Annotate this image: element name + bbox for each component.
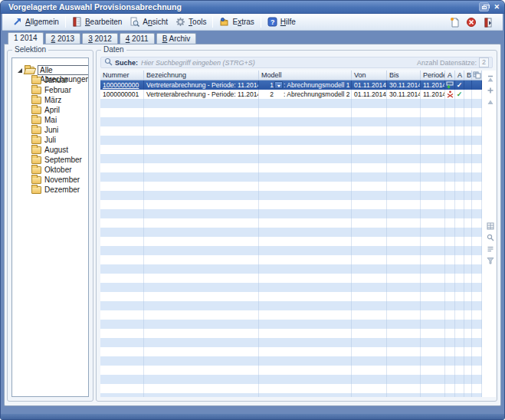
col-header-von[interactable]: Von (352, 71, 387, 80)
restore-icon[interactable] (479, 2, 489, 11)
folder-icon (31, 107, 41, 114)
zoom-icon[interactable] (487, 234, 496, 243)
daten-groupbox: Daten Suche: Hier Suchbegriff eingeben (… (96, 50, 497, 402)
tab-2013[interactable]: 2 2013 (45, 33, 81, 44)
empty-rows-area (100, 99, 482, 397)
details-icon[interactable] (487, 245, 496, 254)
folder-icon (31, 176, 41, 184)
selektion-tree: Alle Abrechnungen Januar Februar März Ap… (11, 57, 89, 397)
folder-icon (31, 146, 41, 154)
toolbar-separator (65, 16, 66, 28)
cell-bis: 30.11.2014 (387, 80, 421, 90)
col-header-modell[interactable]: Modell (259, 71, 352, 80)
cell-von: 01.11.2014 (352, 80, 387, 90)
menu-bar: Allgemein Bearbeiten Ansicht Tools (2, 14, 503, 31)
close-icon[interactable]: ✕ (494, 2, 500, 11)
expander-icon[interactable] (18, 68, 22, 73)
tree-root-alle-abrechnungen[interactable]: Alle Abrechnungen (12, 65, 88, 75)
col-header-bezeichnung[interactable]: Bezeichnung (144, 71, 259, 80)
tree-item-november[interactable]: November (12, 175, 88, 185)
folder-icon (31, 186, 41, 194)
modell-dropdown-button[interactable] (274, 81, 283, 89)
tree-item-juni[interactable]: Juni (12, 125, 88, 135)
search-icon (104, 57, 113, 67)
col-header-periode[interactable]: Periode (421, 71, 445, 80)
title-bar: Vorgelagerte Auswahl Provisionsabrechnun… (1, 1, 504, 14)
selektion-group-label: Selektion (12, 45, 48, 54)
cell-modell: 1: Abrechnungsmodell 1 (259, 80, 352, 90)
cell-b (464, 80, 472, 90)
tree-item-april[interactable]: April (12, 105, 88, 115)
cell-periode: 11.2014 (421, 80, 445, 90)
tree-item-august[interactable]: August (12, 145, 88, 155)
menu-allgemein[interactable]: Allgemein (8, 15, 63, 28)
tree-item-dezember[interactable]: Dezember (12, 185, 88, 195)
folder-icon (31, 87, 41, 94)
tab-archiv[interactable]: B Archiv (156, 33, 197, 44)
menu-hilfe[interactable]: ? Hilfe (264, 15, 300, 28)
menu-allgemein-label: Allgemein (25, 18, 59, 26)
cell-bezeichnung: Vertreterabrechnung - Periode: 11.2014 (144, 80, 259, 90)
cell-nummer: 1000000001 (100, 90, 144, 99)
menu-bearbeiten[interactable]: Bearbeiten (68, 15, 126, 28)
box-icon (219, 17, 229, 27)
menu-ansicht[interactable]: Ansicht (126, 15, 172, 28)
tab-2011[interactable]: 4 2011 (120, 33, 155, 44)
folder-icon (31, 166, 41, 174)
table-row[interactable]: 1000000000 Vertreterabrechnung - Periode… (100, 80, 482, 90)
tree-item-oktober[interactable]: Oktober (12, 165, 88, 175)
exit-icon[interactable] (483, 17, 494, 28)
folder-icon (31, 116, 41, 124)
col-header-nummer[interactable]: Nummer (100, 71, 144, 80)
menu-extras[interactable]: Extras (215, 15, 257, 28)
tree-item-mai[interactable]: Mai (12, 115, 88, 125)
tab-2012[interactable]: 3 2012 (82, 33, 118, 44)
menu-tools-label: Tools (189, 18, 206, 26)
svg-text:?: ? (271, 18, 275, 26)
tree-root-label: Alle Abrechnungen (38, 65, 89, 75)
tree-item-maerz[interactable]: März (12, 95, 88, 105)
cell-nummer: 1000000000 (100, 80, 144, 90)
selektion-groupbox: Selektion Alle Abrechnungen Januar Febru… (7, 50, 93, 402)
toolbar-separator (261, 16, 261, 28)
table-row[interactable]: 1000000001 Vertreterabrechnung - Periode… (100, 90, 482, 99)
folder-icon (31, 156, 41, 164)
cell-bis: 30.11.2014 (387, 90, 421, 99)
col-header-bis[interactable]: Bis (387, 71, 421, 80)
cell-von: 01.11.2014 (352, 90, 387, 99)
tab-page: Selektion Alle Abrechnungen Januar Febru… (4, 44, 501, 406)
toolbar-separator (212, 16, 213, 28)
add-icon[interactable] (487, 87, 496, 96)
scroll-top-icon[interactable] (487, 75, 496, 84)
search-placeholder: Hier Suchbegriff eingeben (STRG+S) (141, 59, 255, 67)
search-input[interactable]: Suche: Hier Suchbegriff eingeben (STRG+S… (100, 57, 493, 68)
open-folder-icon (25, 67, 34, 74)
cell-bezeichnung: Vertreterabrechnung - Periode: 11.2014 (144, 90, 259, 99)
app-window: Vorgelagerte Auswahl Provisionsabrechnun… (0, 0, 505, 420)
col-header-a2[interactable]: A (455, 71, 464, 80)
magnifier-page-icon (130, 17, 139, 27)
tree-item-juli[interactable]: Juli (12, 135, 88, 145)
menu-tools[interactable]: Tools (172, 15, 210, 28)
col-header-b[interactable]: B (464, 71, 472, 80)
filter-icon[interactable] (487, 257, 496, 266)
tree-item-september[interactable]: September (12, 155, 88, 165)
tab-2014[interactable]: 1 2014 (8, 32, 44, 44)
record-count-label: Anzahl Datensätze: (417, 59, 477, 67)
search-label: Suche: (115, 59, 138, 67)
tree-item-februar[interactable]: Februar (12, 85, 88, 95)
folder-icon (31, 126, 41, 134)
scroll-up-icon[interactable] (487, 98, 496, 107)
notebook-icon (72, 17, 82, 27)
new-document-icon[interactable] (449, 17, 460, 28)
arrow-ne-icon (12, 17, 22, 27)
grid-icon[interactable] (487, 222, 496, 231)
status-ok-icon (445, 80, 455, 90)
column-chooser-icon[interactable] (472, 71, 482, 80)
cell-a-check: ✓ (455, 80, 464, 90)
cancel-icon[interactable] (466, 17, 477, 28)
daten-group-label: Daten (101, 45, 126, 54)
folder-icon (31, 97, 41, 104)
col-header-a1[interactable]: A (445, 71, 455, 80)
cell-b (464, 90, 472, 99)
